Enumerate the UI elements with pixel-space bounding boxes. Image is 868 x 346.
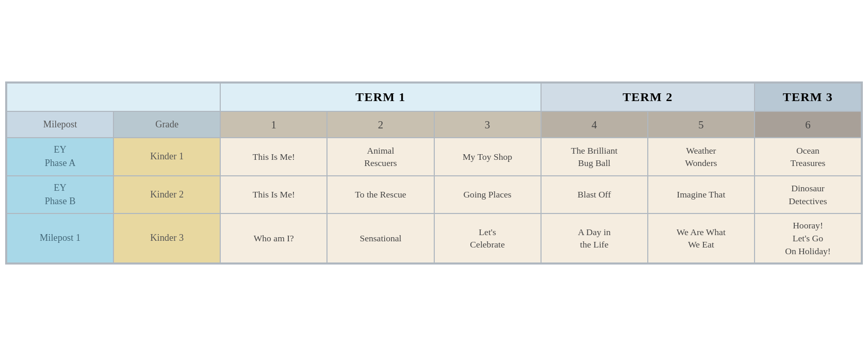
term2-header: TERM 2	[541, 83, 755, 112]
kinder2-t1-1: This Is Me!	[220, 176, 327, 214]
kinder3-t2-4: A Day in the Life	[541, 213, 648, 263]
grade-kinder3: Kinder 3	[113, 213, 220, 263]
kinder1-t3-6: Ocean Treasures	[755, 138, 861, 176]
col1-header: 1	[220, 111, 327, 138]
kinder2-t2-5: Imagine That	[648, 176, 755, 214]
empty-top-left	[7, 83, 220, 112]
kinder3-t2-5: We Are What We Eat	[648, 213, 755, 263]
col4-header: 4	[541, 111, 648, 138]
kinder3-t3-6: Hooray! Let's Go On Holiday!	[755, 213, 861, 263]
milepost-ey-phase-b: EY Phase B	[7, 176, 113, 214]
kinder2-t1-3: Going Places	[434, 176, 541, 214]
milepost-1: Milepost 1	[7, 213, 113, 263]
col2-header: 2	[327, 111, 434, 138]
term3-header: TERM 3	[755, 83, 861, 112]
kinder2-t1-2: To the Rescue	[327, 176, 434, 214]
col5-header: 5	[648, 111, 755, 138]
grade-kinder2: Kinder 2	[113, 176, 220, 214]
grade-col-header: Grade	[113, 111, 220, 138]
kinder3-t1-1: Who am I?	[220, 213, 327, 263]
col3-header: 3	[434, 111, 541, 138]
kinder3-t1-3: Let's Celebrate	[434, 213, 541, 263]
grade-kinder1: Kinder 1	[113, 138, 220, 176]
milepost-col-header: Milepost	[7, 111, 113, 138]
kinder3-t1-2: Sensational	[327, 213, 434, 263]
term1-header: TERM 1	[220, 83, 541, 112]
kinder2-t2-4: Blast Off	[541, 176, 648, 214]
kinder2-t3-6: Dinosaur Detectives	[755, 176, 861, 214]
kinder1-t1-2: Animal Rescuers	[327, 138, 434, 176]
kinder1-t2-4: The Brilliant Bug Ball	[541, 138, 648, 176]
col6-header: 6	[755, 111, 861, 138]
kinder1-t2-5: Weather Wonders	[648, 138, 755, 176]
kinder1-t1-3: My Toy Shop	[434, 138, 541, 176]
milepost-ey-phase-a: EY Phase A	[7, 138, 113, 176]
kinder1-t1-1: This Is Me!	[220, 138, 327, 176]
